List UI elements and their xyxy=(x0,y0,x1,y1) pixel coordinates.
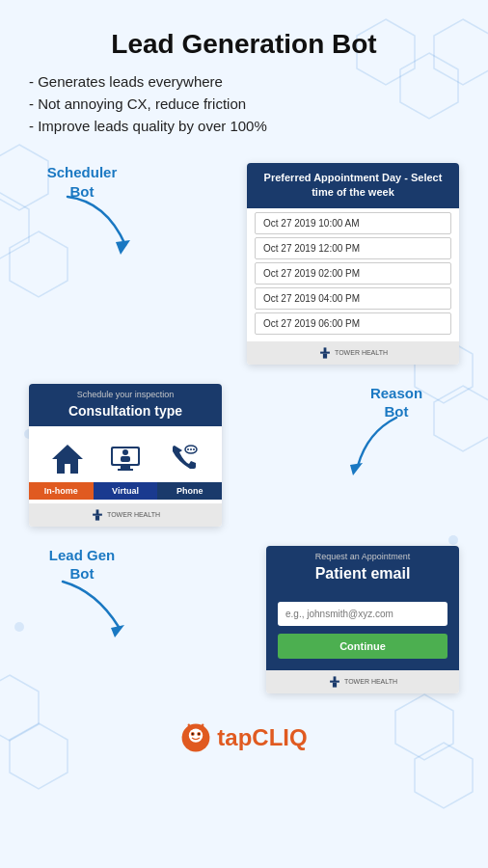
slot-3[interactable]: Oct 27 2019 02:00 PM xyxy=(255,262,451,285)
phone-label[interactable]: Phone xyxy=(157,482,222,500)
slot-1[interactable]: Oct 27 2019 10:00 AM xyxy=(255,212,451,234)
in-home-label[interactable]: In-home xyxy=(29,482,94,500)
tower-health-logo: TOWER HEALTH xyxy=(318,346,388,360)
bullet-2: - Not annoying CX, reduce friction xyxy=(29,95,459,112)
leadgen-footer: TOWER HEALTH xyxy=(266,670,459,693)
svg-marker-34 xyxy=(350,463,363,475)
svg-marker-35 xyxy=(111,625,124,637)
leadgen-card: Request an Appointment Patient email Con… xyxy=(266,546,459,693)
svg-marker-16 xyxy=(116,240,130,255)
in-home-icon-item[interactable] xyxy=(49,440,86,476)
tower-health-logo-2: TOWER HEALTH xyxy=(91,508,160,522)
svg-point-25 xyxy=(122,449,128,455)
virtual-icon-item[interactable] xyxy=(107,440,144,476)
reason-subtitle: Schedule your inspection xyxy=(29,384,222,401)
scheduler-header: Preferred Appointment Day - Select time … xyxy=(247,163,459,208)
svg-rect-23 xyxy=(121,466,130,469)
svg-point-28 xyxy=(187,448,189,450)
monitor-icon xyxy=(107,440,144,476)
svg-rect-32 xyxy=(93,513,102,515)
bullet-3: - Improve leads quality by over 100% xyxy=(29,118,459,134)
email-input[interactable] xyxy=(278,602,447,626)
svg-point-43 xyxy=(192,733,194,735)
leadgen-title: Patient email xyxy=(266,563,459,592)
continue-button[interactable]: Continue xyxy=(278,634,447,659)
leadgen-section: Lead GenBot Request an Appointment Patie… xyxy=(29,546,459,693)
svg-point-46 xyxy=(188,723,190,725)
scheduler-arrow xyxy=(58,192,145,259)
leadgen-body: Continue xyxy=(266,592,459,670)
tapclik-brand: tapCLIQ xyxy=(180,722,307,753)
svg-point-40 xyxy=(189,728,203,742)
svg-point-29 xyxy=(190,448,192,450)
phone-icon xyxy=(165,440,202,476)
svg-point-48 xyxy=(202,723,203,725)
svg-point-44 xyxy=(199,733,201,735)
feature-list: - Generates leads everywhere - Not annoy… xyxy=(29,73,459,134)
svg-rect-37 xyxy=(330,680,339,682)
reason-footer: TOWER HEALTH xyxy=(29,503,222,527)
svg-rect-24 xyxy=(118,469,133,471)
tower-health-logo-3: TOWER HEALTH xyxy=(328,675,397,689)
tapclik-icon xyxy=(180,722,211,753)
scheduler-card: Preferred Appointment Day - Select time … xyxy=(247,163,459,365)
bullet-1: - Generates leads everywhere xyxy=(29,73,459,90)
reason-section: Schedule your inspection Consultation ty… xyxy=(29,384,459,527)
leadgen-subtitle: Request an Appointment xyxy=(266,546,459,563)
reason-title: Consultation type xyxy=(29,401,222,426)
scheduler-section: SchedulerBot Preferred Appointment Day -… xyxy=(29,163,459,365)
cliq-text: CLIQ xyxy=(252,724,307,750)
home-icon xyxy=(49,440,86,476)
svg-rect-26 xyxy=(121,456,130,462)
reason-labels: In-home Virtual Phone xyxy=(29,482,222,503)
tower-health-text: TOWER HEALTH xyxy=(335,349,388,356)
reason-icons xyxy=(29,426,222,482)
scheduler-slots: Oct 27 2019 10:00 AM Oct 27 2019 12:00 P… xyxy=(247,208,459,341)
tower-health-text-3: TOWER HEALTH xyxy=(344,678,397,685)
scheduler-footer: TOWER HEALTH xyxy=(247,341,459,365)
slot-2[interactable]: Oct 27 2019 12:00 PM xyxy=(255,237,451,259)
virtual-label[interactable]: Virtual xyxy=(94,482,158,500)
svg-rect-19 xyxy=(323,353,327,358)
tap-text: tap xyxy=(217,724,252,750)
svg-rect-18 xyxy=(320,351,330,353)
leadgen-arrow xyxy=(53,577,140,644)
page-title: Lead Generation Bot xyxy=(29,29,459,60)
slot-5[interactable]: Oct 27 2019 06:00 PM xyxy=(255,312,451,335)
phone-icon-item[interactable] xyxy=(165,440,202,476)
svg-rect-33 xyxy=(95,515,99,520)
svg-marker-20 xyxy=(52,445,83,474)
footer: tapCLIQ xyxy=(29,703,459,763)
svg-rect-38 xyxy=(333,682,337,687)
tower-health-text-2: TOWER HEALTH xyxy=(107,511,160,518)
reason-arrow xyxy=(339,413,425,480)
slot-4[interactable]: Oct 27 2019 04:00 PM xyxy=(255,287,451,310)
tapclik-text: tapCLIQ xyxy=(217,724,307,751)
reason-card: Schedule your inspection Consultation ty… xyxy=(29,384,222,527)
svg-point-30 xyxy=(193,448,195,450)
